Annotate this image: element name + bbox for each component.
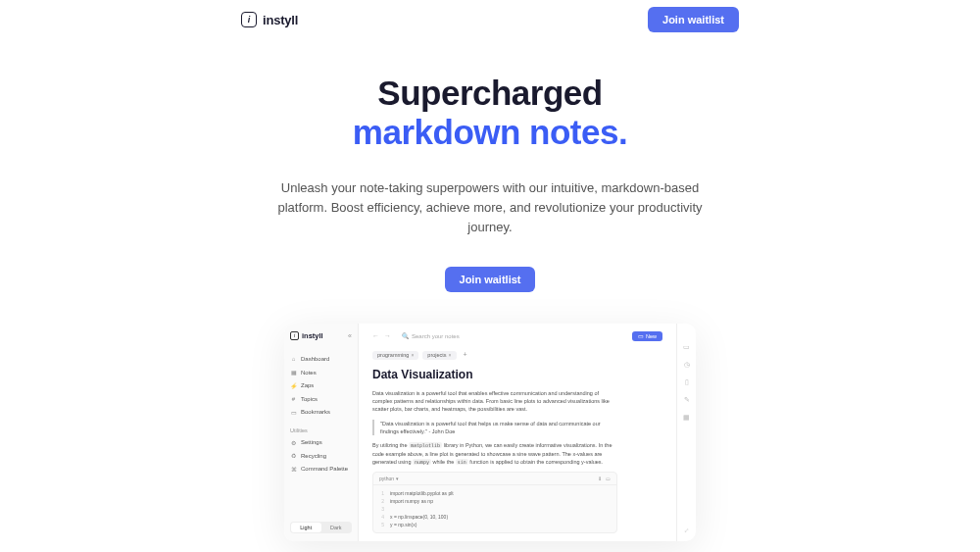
sidebar-item-topics: # Topics	[290, 393, 352, 404]
code-language: python ▾	[379, 476, 399, 481]
code-body: 1import matplotlib.pyplot as plt 2import…	[373, 485, 616, 532]
screenshot-sidebar: i instyll « ⌂ Dashboard ▦ Notes ⚡ Zaps #…	[284, 324, 359, 542]
product-screenshot: i instyll « ⌂ Dashboard ▦ Notes ⚡ Zaps #…	[284, 324, 696, 542]
logo-icon: i	[241, 12, 257, 27]
edit-icon: ✎	[683, 396, 691, 404]
sidebar-item-command-palette: ⌘ Command Palette	[290, 464, 352, 475]
hero-subtitle: Unleash your note-taking superpowers wit…	[265, 178, 715, 237]
add-tag-icon: +	[461, 351, 470, 360]
document-paragraph: Data visualization is a powerful tool th…	[372, 389, 617, 414]
forward-arrow-icon: →	[384, 332, 391, 339]
hero-title: Supercharged markdown notes.	[0, 74, 980, 153]
screenshot-logo: i instyll	[290, 331, 352, 340]
hero-title-line1: Supercharged	[377, 74, 602, 112]
plus-icon: ▭	[638, 333, 644, 339]
grid-icon: ▦	[683, 414, 691, 422]
bookmarks-icon: ▭	[290, 409, 297, 416]
back-arrow-icon: ←	[372, 332, 379, 339]
code-actions: ⬇ ▭	[598, 476, 611, 481]
gear-icon: ⚙	[290, 439, 297, 446]
home-icon: ⌂	[290, 356, 297, 363]
hero-section: Supercharged markdown notes. Unleash you…	[0, 74, 980, 292]
sidebar-item-dashboard: ⌂ Dashboard	[290, 354, 352, 365]
sidebar-label: Notes	[301, 370, 317, 376]
close-icon: ×	[449, 352, 452, 358]
hero-join-waitlist-button[interactable]: Join waitlist	[445, 267, 536, 292]
close-icon: ×	[411, 352, 414, 358]
search-placeholder: Search your notes	[412, 333, 460, 339]
sidebar-label: Dashboard	[301, 356, 329, 362]
tag-projects: projects ×	[422, 351, 456, 360]
document-title: Data Visualization	[372, 368, 662, 381]
screenshot-main: ← → 🔍 Search your notes ▭ New programmin…	[359, 324, 676, 542]
command-icon: ⌘	[290, 466, 297, 473]
join-waitlist-button[interactable]: Join waitlist	[648, 7, 739, 32]
site-header: i instyll Join waitlist	[0, 0, 980, 39]
sidebar-label: Settings	[301, 439, 322, 445]
collapse-sidebar-icon: «	[348, 332, 352, 339]
brand-name: instyll	[263, 13, 298, 27]
download-icon: ⬇	[598, 476, 602, 481]
sidebar-label: Zaps	[301, 382, 314, 388]
screenshot-logo-icon: i	[290, 331, 299, 340]
sidebar-item-recycling: ♻ Recycling	[290, 450, 352, 461]
tag-programming: programming ×	[372, 351, 418, 360]
sidebar-item-settings: ⚙ Settings	[290, 437, 352, 448]
sidebar-item-bookmarks: ▭ Bookmarks	[290, 407, 352, 418]
chevron-down-icon: ▾	[396, 476, 399, 481]
clock-icon: ◷	[683, 361, 691, 369]
zaps-icon: ⚡	[290, 382, 297, 389]
screenshot-right-rail: ▭ ◷ ▯ ✎ ▦ ⤢	[676, 324, 696, 542]
screenshot-brand: instyll	[302, 331, 323, 340]
notes-icon: ▦	[290, 369, 297, 376]
tag-row: programming × projects × +	[372, 351, 662, 360]
code-block: python ▾ ⬇ ▭ 1import matplotlib.pyplot a…	[372, 472, 617, 533]
theme-dark: Dark	[321, 523, 352, 532]
code-header: python ▾ ⬇ ▭	[373, 473, 616, 485]
brand-logo[interactable]: i instyll	[241, 12, 298, 27]
inline-code: matplotlib	[409, 442, 442, 448]
sidebar-item-zaps: ⚡ Zaps	[290, 380, 352, 391]
screenshot-topbar: ← → 🔍 Search your notes ▭ New	[372, 331, 662, 341]
quote-text: "Data visualization is a powerful tool t…	[380, 420, 617, 436]
sidebar-section-utilities: Utilities	[290, 427, 352, 433]
new-label: New	[646, 333, 657, 339]
topics-icon: #	[290, 395, 297, 402]
document-blockquote: "Data visualization is a powerful tool t…	[372, 420, 617, 436]
document-paragraph: By utilizing the matplotlib library in P…	[372, 441, 617, 466]
new-note-button: ▭ New	[632, 331, 662, 341]
recycle-icon: ♻	[290, 452, 297, 459]
hero-title-line2: markdown notes.	[353, 113, 627, 151]
page-icon: ▯	[683, 378, 691, 386]
search-icon: 🔍	[402, 332, 409, 339]
sidebar-label: Recycling	[301, 453, 326, 459]
sidebar-label: Topics	[301, 396, 318, 402]
copy-icon: ▭	[606, 476, 611, 481]
inline-code: sin	[456, 459, 468, 465]
theme-toggle: Light Dark	[290, 522, 352, 533]
document-icon: ▭	[683, 343, 691, 351]
sidebar-item-notes: ▦ Notes	[290, 367, 352, 377]
search-input: 🔍 Search your notes	[402, 332, 627, 339]
theme-light: Light	[291, 523, 321, 532]
inline-code: numpy	[413, 459, 431, 465]
sidebar-label: Command Palette	[301, 466, 348, 472]
sidebar-label: Bookmarks	[301, 409, 330, 415]
expand-icon: ⤢	[683, 526, 691, 533]
